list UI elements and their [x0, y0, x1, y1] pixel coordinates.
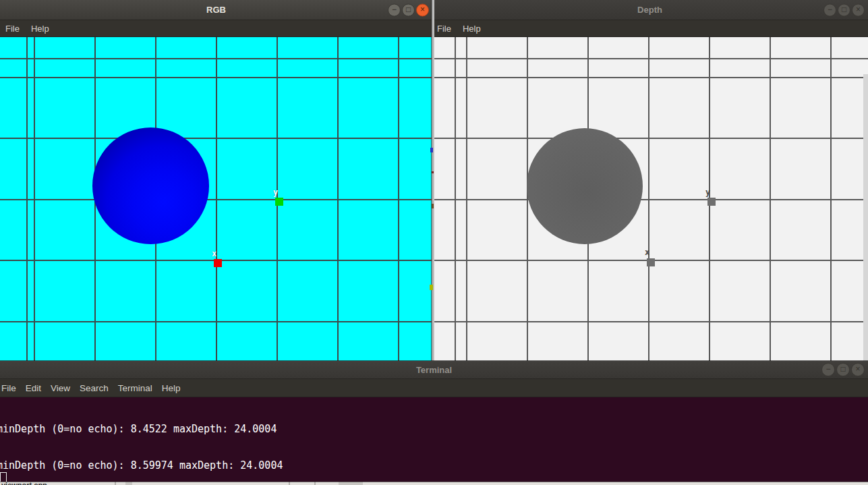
x-axis-marker [647, 258, 655, 266]
x-axis-label: x [212, 250, 216, 258]
depth-window: Depth − □ × File Help y x [432, 0, 868, 361]
seam-artifact [432, 171, 434, 173]
close-icon: × [856, 4, 861, 16]
terminal-window-title: Terminal [416, 365, 452, 375]
terminal-output-area[interactable]: minDepth (0=no echo): 8.4522 maxDepth: 2… [0, 397, 868, 482]
rgb-titlebar[interactable]: RGB − □ × [0, 0, 432, 20]
viewport-edge-strip [863, 74, 868, 361]
minimize-button[interactable]: − [823, 3, 836, 16]
seam-artifact [430, 148, 433, 152]
maximize-button[interactable]: □ [402, 3, 415, 16]
minimize-button[interactable]: − [821, 363, 835, 376]
terminal-menubar: File Edit View Search Terminal Help [0, 379, 868, 397]
maximize-icon: □ [406, 4, 411, 16]
seam-artifact [430, 285, 433, 290]
depth-menubar: File Help [432, 20, 868, 36]
rgb-camera-viewport[interactable]: y x [0, 37, 432, 361]
rgb-menubar: File Help [0, 20, 432, 36]
depth-camera-viewport[interactable]: y x [432, 37, 868, 361]
menu-file[interactable]: File [5, 24, 20, 34]
close-button[interactable]: × [852, 3, 865, 16]
y-axis-label: y [273, 188, 278, 196]
terminal-line: minDepth (0=no echo): 8.4522 maxDepth: 2… [0, 423, 283, 435]
menu-file[interactable]: File [1, 383, 16, 393]
maximize-icon: □ [842, 4, 846, 16]
close-button[interactable]: × [851, 363, 865, 376]
minimize-icon: − [828, 4, 832, 16]
minimize-icon: − [392, 4, 397, 16]
menu-terminal[interactable]: Terminal [118, 383, 152, 393]
maximize-button[interactable]: □ [838, 3, 850, 16]
menu-view[interactable]: View [51, 383, 70, 393]
x-axis-marker [214, 259, 222, 267]
close-icon: × [420, 4, 425, 16]
depth-window-title: Depth [637, 5, 662, 15]
depth-titlebar[interactable]: Depth − □ × [432, 0, 868, 20]
depth-sphere [527, 128, 643, 244]
y-axis-marker [275, 198, 283, 206]
seam-artifact [432, 204, 434, 208]
terminal-output: minDepth (0=no echo): 8.4522 maxDepth: 2… [0, 398, 283, 482]
window-border [432, 0, 434, 361]
terminal-line: minDepth (0=no echo): 8.59974 maxDepth: … [0, 459, 283, 472]
terminal-titlebar[interactable]: Terminal − □ × [0, 361, 868, 379]
menu-help[interactable]: Help [162, 383, 181, 393]
close-icon: × [855, 364, 860, 375]
maximize-icon: □ [840, 364, 845, 375]
rgb-sphere [92, 127, 209, 244]
depth-window-controls: − □ × [823, 3, 865, 16]
y-axis-label: y [705, 188, 710, 196]
minimize-button[interactable]: − [388, 3, 401, 16]
rgb-window-title: RGB [206, 5, 226, 15]
rgb-window: RGB − □ × File Help y x [0, 0, 432, 361]
menu-file[interactable]: File [437, 24, 451, 34]
terminal-cursor [0, 472, 7, 482]
menu-search[interactable]: Search [80, 383, 109, 393]
terminal-window: Terminal − □ × File Edit View Search Ter… [0, 361, 868, 482]
y-axis-marker [707, 198, 716, 206]
minimize-icon: − [826, 364, 830, 375]
menu-edit[interactable]: Edit [26, 383, 41, 393]
menu-help[interactable]: Help [31, 24, 49, 34]
menu-help[interactable]: Help [463, 24, 481, 34]
close-button[interactable]: × [416, 3, 429, 16]
x-axis-label: x [645, 248, 649, 256]
terminal-window-controls: − □ × [821, 363, 865, 376]
maximize-button[interactable]: □ [836, 363, 850, 376]
rgb-window-controls: − □ × [388, 3, 429, 16]
